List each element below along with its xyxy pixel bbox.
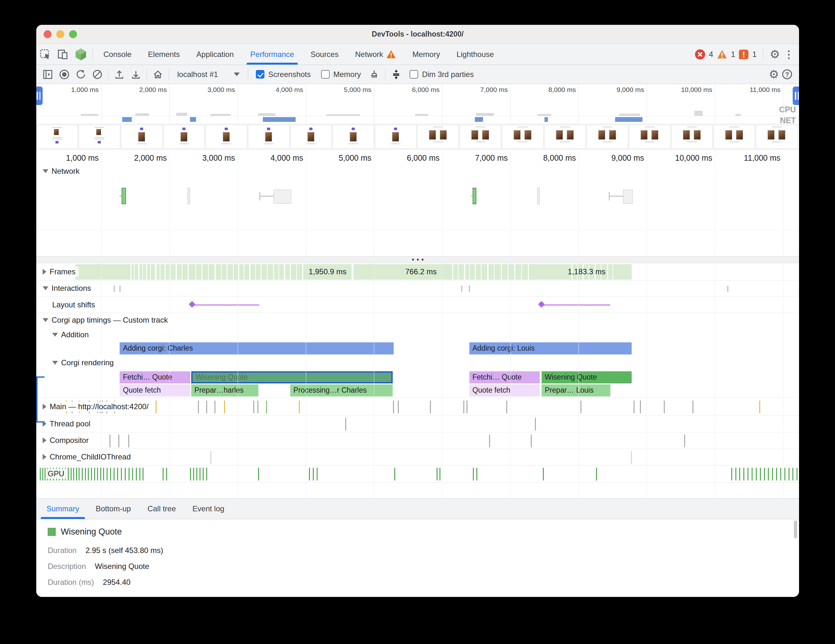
tab-call-tree[interactable]: Call tree	[139, 499, 184, 519]
clear-icon[interactable]	[89, 66, 106, 83]
compositor-track[interactable]: Compositor	[36, 432, 799, 449]
node-js-icon[interactable]	[72, 45, 90, 63]
screenshot-thumbnail[interactable]	[460, 125, 501, 149]
tab-application[interactable]: Application	[188, 44, 242, 65]
network-request[interactable]	[473, 188, 477, 204]
frames-track-header[interactable]: Frames	[41, 267, 79, 277]
layout-shift-diamond[interactable]	[189, 301, 195, 308]
gpu-header[interactable]: GPU	[46, 469, 67, 479]
screenshot-thumbnail[interactable]	[333, 125, 374, 149]
tab-network[interactable]: Network	[347, 44, 404, 65]
screenshot-thumbnail[interactable]	[417, 125, 459, 149]
warning-count[interactable]: 1	[731, 50, 735, 59]
tab-event-log[interactable]: Event log	[184, 499, 232, 519]
screenshot-thumbnail[interactable]	[713, 125, 755, 149]
issue-count[interactable]: 1	[752, 50, 756, 59]
kebab-menu-icon[interactable]: ⋮	[784, 49, 794, 60]
vertical-scrollbar-thumb[interactable]	[794, 521, 797, 539]
toggle-sidebar-icon[interactable]	[39, 66, 56, 83]
screenshots-checkbox[interactable]	[256, 70, 265, 79]
tab-summary[interactable]: Summary	[38, 499, 88, 519]
thread-pool-track[interactable]: Thread pool	[36, 415, 799, 432]
error-badge-icon[interactable]	[695, 49, 705, 60]
interaction-mark[interactable]	[469, 286, 470, 292]
network-request[interactable]	[623, 190, 633, 204]
custom-track-block[interactable]: Corgi app timings — Custom track Additio…	[36, 313, 799, 398]
timing-bar[interactable]: Quote fetch	[469, 384, 540, 396]
timeline-overview[interactable]: CPU NET 1,000 ms2,000 ms3,000 ms4,000 ms…	[36, 84, 799, 124]
custom-track-header[interactable]: Corgi app timings — Custom track	[41, 315, 171, 325]
screenshot-thumbnail[interactable]	[671, 125, 713, 149]
window-titlebar[interactable]: DevTools - localhost:4200/	[36, 25, 799, 44]
interactions-track[interactable]: Interactions	[36, 281, 799, 297]
error-count[interactable]: 4	[709, 50, 713, 59]
main-thread-track[interactable]: Main — http://localhost:4200/	[36, 398, 799, 415]
interaction-mark[interactable]	[114, 286, 115, 292]
device-toolbar-icon[interactable]	[54, 45, 72, 63]
layout-shift-line[interactable]	[541, 304, 610, 306]
timing-bar[interactable]: Quote fetch	[120, 384, 190, 396]
screenshot-thumbnail[interactable]	[248, 125, 289, 149]
load-profile-icon[interactable]	[111, 66, 128, 83]
layout-shifts-track-header[interactable]: Layout shifts	[50, 300, 98, 310]
issues-badge-icon[interactable]	[739, 50, 749, 59]
tab-bottom-up[interactable]: Bottom-up	[88, 499, 140, 519]
pane-resize-handle[interactable]	[36, 256, 799, 263]
interactions-track-header[interactable]: Interactions	[41, 283, 94, 294]
network-track-header[interactable]: Network	[41, 166, 83, 176]
gpu-track[interactable]: GPU	[36, 466, 799, 483]
tab-elements[interactable]: Elements	[140, 44, 188, 65]
screenshot-thumbnail[interactable]	[121, 125, 162, 149]
memory-checkbox-row[interactable]: Memory	[316, 70, 366, 79]
screenshot-thumbnail[interactable]	[375, 125, 417, 149]
compositor-header[interactable]: Compositor	[41, 435, 92, 446]
screenshot-thumbnail[interactable]	[290, 125, 332, 149]
network-request[interactable]	[537, 188, 540, 204]
timing-bar[interactable]: Adding corgi: Louis	[469, 342, 632, 354]
thread-pool-header[interactable]: Thread pool	[41, 419, 94, 429]
tab-lighthouse[interactable]: Lighthouse	[448, 44, 502, 65]
timing-bar[interactable]: Wisening Quote	[191, 371, 393, 383]
layout-shifts-track[interactable]: Layout shifts	[36, 297, 799, 313]
rendering-bars-row-2[interactable]: Quote fetchPrepar…harlesProcessing…r Cha…	[36, 384, 799, 397]
rendering-bars-row-1[interactable]: Fetchi… QuoteWisening QuoteFetchi… Quote…	[36, 371, 799, 384]
record-button[interactable]	[56, 66, 73, 83]
range-handle-right[interactable]	[793, 86, 799, 105]
interaction-mark[interactable]	[119, 286, 120, 292]
tab-performance[interactable]: Performance	[242, 44, 302, 65]
childio-header[interactable]: Chrome_ChildIOThread	[41, 452, 134, 462]
tracks-pane[interactable]: Frames 1,950.9 ms766.2 ms1,183.3 ms Inte…	[36, 263, 799, 498]
screenshot-thumbnail[interactable]	[36, 125, 78, 149]
screenshot-thumbnail[interactable]	[586, 125, 628, 149]
settings-gear-icon[interactable]: ⚙	[770, 48, 780, 61]
frames-track[interactable]: Frames 1,950.9 ms766.2 ms1,183.3 ms	[36, 263, 799, 281]
timing-bar[interactable]: Prepar…harles	[191, 384, 258, 396]
screenshot-thumbnail[interactable]	[544, 125, 586, 149]
screenshot-thumbnail[interactable]	[502, 125, 544, 149]
save-profile-icon[interactable]	[128, 66, 144, 83]
timing-bar[interactable]: Fetchi… Quote	[120, 371, 190, 383]
collapse-tracks-icon[interactable]	[388, 66, 405, 83]
profile-select[interactable]: localhost #1	[172, 70, 245, 79]
home-icon[interactable]	[149, 66, 166, 83]
reload-and-record-icon[interactable]	[73, 66, 89, 83]
layout-shift-diamond[interactable]	[538, 301, 545, 308]
screenshots-filmstrip[interactable]	[36, 124, 799, 149]
addition-group-header[interactable]: Addition	[50, 329, 92, 340]
network-request[interactable]	[187, 188, 190, 204]
tab-console[interactable]: Console	[95, 44, 140, 65]
range-handle-left[interactable]	[36, 86, 43, 105]
frames-band[interactable]	[75, 264, 632, 280]
timing-bar[interactable]: Adding corgi: Charles	[120, 342, 394, 354]
addition-bars-row[interactable]: Adding corgi: CharlesAdding corgi: Louis	[36, 341, 799, 356]
tab-memory[interactable]: Memory	[404, 44, 448, 65]
timing-bar[interactable]: Prepar… Louis	[542, 384, 610, 396]
inspect-element-icon[interactable]	[36, 45, 54, 63]
warning-badge-icon[interactable]	[717, 50, 727, 59]
memory-checkbox[interactable]	[321, 70, 330, 79]
screenshot-thumbnail[interactable]	[756, 125, 798, 149]
interaction-mark[interactable]	[727, 286, 728, 292]
tab-sources[interactable]: Sources	[302, 44, 347, 65]
layout-shift-line[interactable]	[192, 304, 259, 306]
timing-bar[interactable]: Wisening Quote	[542, 371, 632, 383]
